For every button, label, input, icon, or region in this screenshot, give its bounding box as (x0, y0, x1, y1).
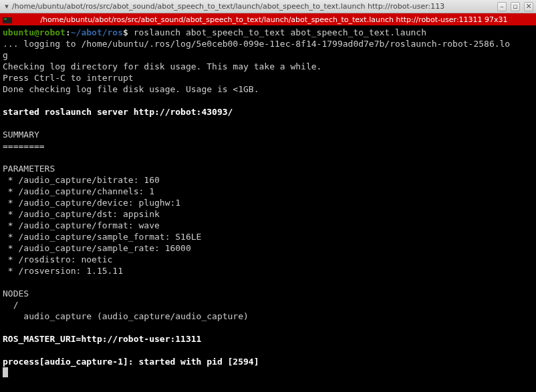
close-button[interactable]: ✕ (524, 2, 533, 11)
output-line: ROS_MASTER_URI=http://robot-user:11311 (3, 334, 201, 344)
output-line: SUMMARY (3, 130, 39, 140)
tab-bar: /home/ubuntu/abot/ros/src/abot_sound/abo… (0, 13, 536, 25)
output-line: * /audio_capture/dst: appsink (3, 209, 160, 219)
prompt-user-host: ubuntu@robot (3, 27, 65, 37)
output-line: Press Ctrl-C to interrupt (3, 73, 134, 83)
output-line: * /audio_capture/channels: 1 (3, 186, 154, 196)
output-line: * /audio_capture/device: plughw:1 (3, 198, 180, 208)
dropdown-icon[interactable]: ▾ (3, 2, 11, 11)
output-line: * /audio_capture/sample_format: S16LE (3, 232, 201, 242)
output-line: PARAMETERS (3, 164, 55, 174)
output-line: * /rosversion: 1.15.11 (3, 266, 123, 276)
output-line: g (3, 50, 8, 60)
output-line: * /audio_capture/bitrate: 160 (3, 175, 160, 185)
svg-rect-2 (4, 19, 7, 19)
maximize-button[interactable]: ▫ (511, 2, 520, 11)
output-line: ======== (3, 141, 45, 151)
output-line: started roslaunch server http://robot:43… (3, 107, 233, 117)
window-title: /home/ubuntu/abot/ros/src/abot_sound/abo… (12, 2, 493, 11)
output-line: / (3, 300, 18, 310)
output-line: * /rosdistro: noetic (3, 254, 112, 264)
output-line: Checking log directory for disk usage. T… (3, 61, 321, 71)
prompt-dollar: $ (123, 27, 128, 37)
prompt-command: roslaunch abot_speech_to_text abot_speec… (128, 27, 426, 37)
prompt-colon: : (65, 27, 71, 37)
output-line: * /audio_capture/format: wave (3, 220, 160, 230)
output-line: Done checking log file disk usage. Usage… (3, 84, 259, 94)
terminal-icon (1, 14, 13, 25)
prompt-path: ~/abot/ros (71, 27, 123, 37)
window-controls: – ▫ ✕ (497, 2, 533, 11)
output-line: audio_capture (audio_capture/audio_captu… (3, 311, 249, 321)
window-titlebar[interactable]: ▾ /home/ubuntu/abot/ros/src/abot_sound/a… (0, 0, 536, 13)
terminal-content[interactable]: ubuntu@robot:~/abot/ros$ roslaunch abot_… (0, 25, 536, 392)
output-line: * /audio_capture/sample_rate: 16000 (3, 243, 191, 253)
output-line: process[audio_capture-1]: started with p… (3, 357, 259, 367)
output-line: NODES (3, 288, 29, 299)
terminal-window: ▾ /home/ubuntu/abot/ros/src/abot_sound/a… (0, 0, 536, 392)
cursor (3, 367, 8, 377)
svg-rect-1 (3, 15, 12, 17)
tab-title[interactable]: /home/ubuntu/abot/ros/src/abot_sound/abo… (13, 15, 535, 24)
minimize-button[interactable]: – (497, 2, 507, 11)
output-line: ... logging to /home/ubuntu/.ros/log/5e0… (3, 39, 510, 49)
